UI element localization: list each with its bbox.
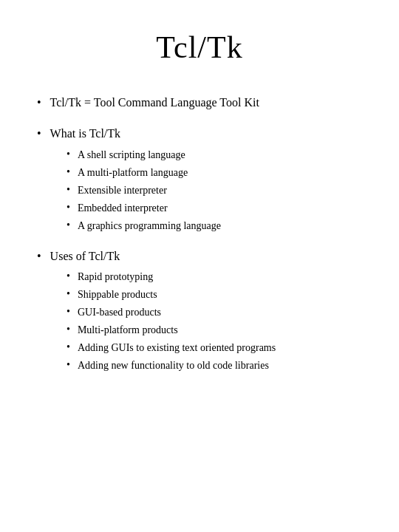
inner-bullet-icon: •	[66, 324, 70, 335]
sub-label-1-4: A graphics programming language	[78, 218, 221, 233]
sub-list-2: •Rapid prototyping•Shippable products•GU…	[66, 269, 362, 373]
sub-label-1-1: A multi-platform language	[78, 165, 188, 180]
sub-item-2-0: •Rapid prototyping	[66, 269, 362, 284]
inner-bullet-icon: •	[66, 202, 70, 214]
sub-item-2-3: •Multi-platform products	[66, 322, 362, 338]
inner-bullet-icon: •	[66, 219, 70, 231]
sub-item-1-0: •A shell scripting language	[66, 147, 362, 163]
page-title: Tcl/Tk	[37, 30, 362, 65]
top-level-label-0: Tcl/Tk = Tool Command Language Tool Kit	[50, 95, 259, 111]
page: Tcl/Tk •Tcl/Tk = Tool Command Language T…	[0, 0, 399, 532]
inner-bullet-icon: •	[66, 288, 70, 300]
sub-item-2-2: •GUI-based products	[66, 304, 362, 320]
sub-label-2-2: GUI-based products	[78, 304, 161, 320]
inner-bullet-icon: •	[66, 166, 70, 178]
sub-item-2-5: •Adding new functionality to old code li…	[66, 358, 362, 373]
sub-label-1-2: Extensible interpreter	[78, 183, 167, 198]
inner-bullet-icon: •	[66, 341, 70, 353]
sub-item-1-1: •A multi-platform language	[66, 165, 362, 180]
sub-item-1-2: •Extensible interpreter	[66, 183, 362, 198]
top-level-row-2: •Uses of Tcl/Tk	[37, 248, 362, 265]
top-level-row-0: •Tcl/Tk = Tool Command Language Tool Kit	[37, 95, 362, 111]
sub-label-2-1: Shippable products	[78, 287, 157, 302]
inner-bullet-icon: •	[66, 306, 70, 318]
top-level-label-1: What is Tcl/Tk	[50, 126, 120, 142]
top-level-row-1: •What is Tcl/Tk	[37, 126, 362, 142]
sub-list-1: •A shell scripting language•A multi-plat…	[66, 147, 362, 233]
sub-item-2-4: •Adding GUIs to existing text oriented p…	[66, 340, 362, 355]
sub-label-2-0: Rapid prototyping	[78, 269, 153, 284]
top-level-item-2: •Uses of Tcl/Tk•Rapid prototyping•Shippa…	[37, 248, 362, 373]
top-level-item-1: •What is Tcl/Tk•A shell scripting langua…	[37, 126, 362, 233]
inner-bullet-icon: •	[66, 149, 70, 160]
inner-bullet-icon: •	[66, 270, 70, 282]
sub-item-2-1: •Shippable products	[66, 287, 362, 302]
outer-bullet-icon: •	[37, 96, 41, 109]
sub-label-1-3: Embedded interpreter	[78, 200, 168, 216]
sub-item-1-3: •Embedded interpreter	[66, 200, 362, 216]
sub-label-2-5: Adding new functionality to old code lib…	[78, 358, 269, 373]
inner-bullet-icon: •	[66, 359, 70, 371]
outer-bullet-icon: •	[37, 250, 41, 263]
content-area: •Tcl/Tk = Tool Command Language Tool Kit…	[37, 95, 362, 373]
top-level-label-2: Uses of Tcl/Tk	[50, 248, 120, 265]
sub-label-2-3: Multi-platform products	[78, 322, 178, 338]
sub-label-2-4: Adding GUIs to existing text oriented pr…	[78, 340, 276, 355]
inner-bullet-icon: •	[66, 184, 70, 196]
sub-label-1-0: A shell scripting language	[78, 147, 185, 163]
outer-bullet-icon: •	[37, 127, 41, 140]
sub-item-1-4: •A graphics programming language	[66, 218, 362, 233]
top-level-item-0: •Tcl/Tk = Tool Command Language Tool Kit	[37, 95, 362, 111]
